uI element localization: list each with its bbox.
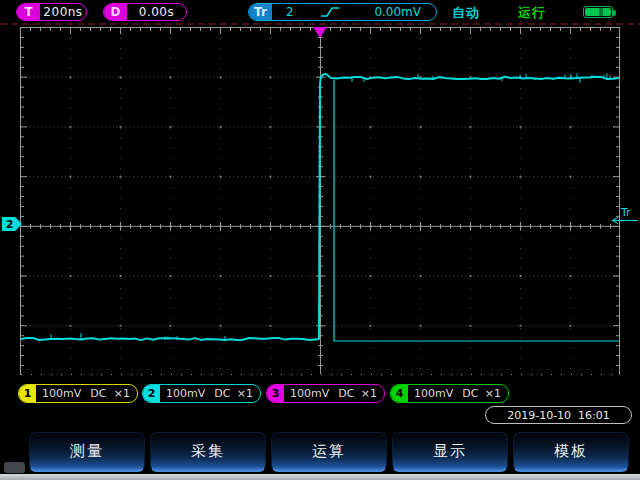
menu-button-display[interactable]: 显示: [392, 432, 508, 472]
trigger-level-marker: Tr: [609, 204, 640, 231]
channel-4-badge: 4: [391, 385, 408, 402]
delay-label: D: [104, 4, 127, 20]
channel-4-coupling: DC: [462, 385, 478, 402]
trigger-source: 2: [286, 5, 294, 19]
delay-readout: D 0.00s: [103, 3, 187, 21]
channel-2-probe: ×1: [237, 385, 253, 402]
menu-button-acquire[interactable]: 采集: [150, 432, 266, 472]
channel-1-scale: 100mV: [42, 385, 81, 402]
trigger-level-marker-text: Tr: [620, 206, 631, 219]
delay-value: 0.00s: [127, 4, 186, 20]
waveform-display: [20, 27, 620, 375]
channel-4-info[interactable]: 4 100mV DC ×1: [390, 384, 509, 403]
run-status: 运行: [518, 4, 546, 22]
channel-2-ground-marker: 2: [2, 217, 22, 231]
channel-3-badge: 3: [267, 385, 284, 402]
timebase-value: 200ns: [40, 4, 86, 20]
channel-1-info[interactable]: 1 100mV DC ×1: [18, 384, 138, 403]
battery-full-icon: [583, 6, 613, 18]
channel-2-coupling: DC: [214, 385, 230, 402]
channel-4-scale: 100mV: [414, 385, 453, 402]
menu-button-math[interactable]: 运算: [271, 432, 387, 472]
menu-button-mask[interactable]: 模板: [513, 432, 629, 472]
menu-button-measure[interactable]: 测量: [29, 432, 145, 472]
channel-4-probe: ×1: [485, 385, 501, 402]
trigger-position-marker-icon: [313, 27, 327, 38]
channel-3-probe: ×1: [361, 385, 377, 402]
channel-1-coupling: DC: [90, 385, 106, 402]
softkey-menu: 测量 采集 运算 显示 模板: [0, 432, 640, 474]
header-separator: [0, 23, 640, 25]
oscilloscope-screen: T 200ns D 0.00s Tr 2 0.00mV 自动 运行 2 Tr: [0, 0, 640, 480]
channel-3-scale: 100mV: [290, 385, 329, 402]
channel-2-scale: 100mV: [166, 385, 205, 402]
channel-1-badge: 1: [19, 385, 36, 402]
channel-2-info[interactable]: 2 100mV DC ×1: [142, 384, 261, 403]
graticule-and-traces: [20, 27, 620, 375]
trigger-readout: Tr 2 0.00mV: [248, 3, 437, 21]
trigger-label: Tr: [249, 4, 272, 20]
trigger-mode-status: 自动: [452, 4, 480, 22]
bottom-strip: [0, 474, 640, 480]
channel-3-coupling: DC: [338, 385, 354, 402]
timebase-label: T: [17, 4, 40, 20]
trigger-body: 2 0.00mV: [272, 4, 436, 20]
channel-3-info[interactable]: 3 100mV DC ×1: [266, 384, 385, 403]
menu-handle[interactable]: [4, 462, 25, 473]
channel-2-badge: 2: [143, 385, 160, 402]
rising-edge-icon: [320, 6, 340, 18]
datetime-display: 2019-10-10 16:01: [485, 406, 632, 424]
trigger-level-value: 0.00mV: [374, 5, 421, 19]
channel-1-probe: ×1: [114, 385, 130, 402]
timebase-readout: T 200ns: [16, 3, 87, 21]
